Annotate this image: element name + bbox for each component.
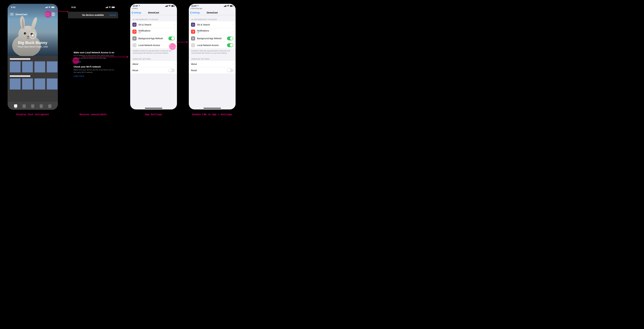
row-about[interactable]: About › bbox=[189, 61, 236, 67]
row-notifications[interactable]: Notifications Off › bbox=[189, 28, 236, 35]
notifications-icon bbox=[191, 30, 195, 34]
svg-point-7 bbox=[49, 8, 50, 8]
chevron-right-icon: › bbox=[232, 63, 233, 66]
placeholder-heading bbox=[10, 58, 30, 60]
svg-point-18 bbox=[134, 38, 135, 39]
play-button[interactable] bbox=[30, 32, 36, 39]
signal-icon bbox=[165, 5, 168, 7]
nav-title: DemoCast bbox=[148, 12, 159, 14]
toggle-bg-refresh[interactable] bbox=[227, 37, 233, 40]
toggle-reset[interactable] bbox=[168, 69, 175, 72]
tab-item[interactable] bbox=[48, 104, 51, 108]
back-button[interactable]: Settings bbox=[190, 12, 200, 14]
wifi-icon bbox=[168, 5, 171, 7]
thumbnail[interactable] bbox=[22, 61, 33, 73]
row-label: Local Network Access bbox=[138, 44, 160, 47]
svg-point-25 bbox=[193, 38, 194, 39]
svg-point-13 bbox=[134, 24, 136, 26]
status-indicators bbox=[224, 5, 233, 7]
row-label: About bbox=[191, 63, 197, 65]
svg-point-14 bbox=[134, 24, 135, 25]
thumbnail[interactable] bbox=[34, 79, 45, 90]
tab-item[interactable] bbox=[40, 104, 43, 108]
row-notifications[interactable]: Notifications Off › bbox=[130, 28, 177, 35]
svg-marker-26 bbox=[67, 11, 68, 13]
battery-icon bbox=[51, 7, 54, 8]
notifications-icon bbox=[132, 30, 136, 34]
home-indicator bbox=[204, 108, 221, 109]
thumbnail[interactable] bbox=[22, 79, 33, 90]
chevron-left-icon bbox=[132, 12, 133, 14]
thumbnail[interactable] bbox=[10, 61, 20, 73]
thumbnail[interactable] bbox=[47, 79, 58, 90]
video-subtitle: Peach Open Movie Project, 2008 bbox=[8, 46, 58, 48]
row-label: Siri & Search bbox=[138, 24, 151, 26]
flow-arrow-3 bbox=[176, 41, 189, 43]
tab-item[interactable] bbox=[22, 104, 26, 108]
row-about[interactable]: About › bbox=[130, 61, 177, 67]
chevron-right-icon: › bbox=[174, 30, 175, 33]
battery-icon bbox=[171, 5, 174, 7]
svg-point-19 bbox=[228, 6, 228, 7]
svg-point-20 bbox=[192, 24, 194, 26]
chevron-left-icon bbox=[190, 12, 192, 14]
battery-icon bbox=[112, 7, 115, 8]
svg-point-21 bbox=[192, 24, 194, 25]
svg-marker-27 bbox=[127, 56, 128, 58]
row-reset[interactable]: Reset bbox=[189, 67, 236, 74]
settings-scroll[interactable]: ALLOW DEMOCAST TO ACCESS Siri & Search ›… bbox=[130, 15, 177, 109]
location-icon bbox=[197, 5, 198, 7]
tab-item[interactable] bbox=[31, 104, 34, 108]
content-area bbox=[8, 56, 58, 102]
section-header-app: DEMOCAST SETTINGS bbox=[130, 55, 177, 61]
chevron-right-icon: › bbox=[174, 23, 175, 26]
nav-title: DemoCast bbox=[207, 12, 218, 14]
status-indicators bbox=[106, 6, 115, 9]
row-background-refresh[interactable]: Background App Refresh bbox=[130, 35, 177, 42]
row-local-network-access[interactable]: Local Network Access bbox=[189, 42, 236, 49]
screen-app-settings-lna-off: 11:57 ◂ Search Settings DemoCast ALLOW D… bbox=[130, 4, 177, 109]
thumbnail[interactable] bbox=[34, 61, 45, 73]
chevron-right-icon: › bbox=[232, 30, 233, 33]
status-bar: 9:41 bbox=[8, 6, 58, 9]
toggle-local-network-access[interactable] bbox=[227, 43, 233, 47]
sheet-title: No devices available bbox=[82, 14, 104, 16]
toggle-reset[interactable] bbox=[227, 69, 233, 72]
siri-icon bbox=[132, 23, 136, 27]
chevron-right-icon: › bbox=[174, 63, 175, 66]
hamburger-icon[interactable] bbox=[10, 13, 14, 15]
thumbnail[interactable] bbox=[47, 61, 58, 73]
toggle-bg-refresh[interactable] bbox=[168, 37, 175, 40]
learn-more-link[interactable]: Learn more bbox=[74, 75, 84, 77]
caption-4: Enable LNA in App > Settings bbox=[189, 113, 236, 116]
tab-item[interactable] bbox=[14, 104, 17, 108]
signal-icon bbox=[106, 7, 108, 8]
settings-scroll[interactable]: ALLOW DEMOCAST TO ACCESS Siri & Search ›… bbox=[189, 15, 236, 109]
screen-app-settings-lna-on: 11:57 ◂ DemoCast app Settings DemoCast A… bbox=[189, 4, 236, 109]
row-label: Background App Refresh bbox=[138, 37, 163, 40]
tip-title: Check your Wi-Fi network bbox=[74, 66, 115, 68]
app-icon-placeholder bbox=[132, 43, 136, 47]
row-siri-search[interactable]: Siri & Search › bbox=[130, 21, 177, 28]
row-siri-search[interactable]: Siri & Search › bbox=[189, 21, 236, 28]
back-button[interactable]: Settings bbox=[132, 12, 142, 14]
status-bar: 11:57 bbox=[189, 5, 236, 7]
breadcrumb-back-to-app[interactable]: ◂ Search bbox=[132, 8, 138, 9]
breadcrumb-back-to-app[interactable]: ◂ DemoCast app bbox=[190, 8, 202, 9]
cancel-button[interactable]: Cancel bbox=[109, 14, 116, 16]
row-sublabel: Off bbox=[197, 32, 209, 34]
thumbnail[interactable] bbox=[10, 79, 20, 90]
svg-point-23 bbox=[193, 31, 194, 31]
svg-point-12 bbox=[169, 6, 170, 7]
status-time: 9:41 bbox=[72, 6, 76, 9]
row-background-refresh[interactable]: Background App Refresh bbox=[189, 35, 236, 42]
troubleshoot-content: Make sure Local Network Access is on Go … bbox=[74, 51, 115, 80]
highlight-lna-toggle bbox=[169, 43, 176, 50]
signal-icon bbox=[224, 5, 226, 7]
svg-point-11 bbox=[110, 8, 110, 8]
signal-icon bbox=[45, 7, 48, 8]
home-indicator bbox=[145, 108, 162, 109]
highlight-cast-button bbox=[44, 11, 52, 18]
row-reset[interactable]: Reset bbox=[130, 67, 177, 74]
caption-2: Devices unavailable bbox=[68, 113, 118, 116]
